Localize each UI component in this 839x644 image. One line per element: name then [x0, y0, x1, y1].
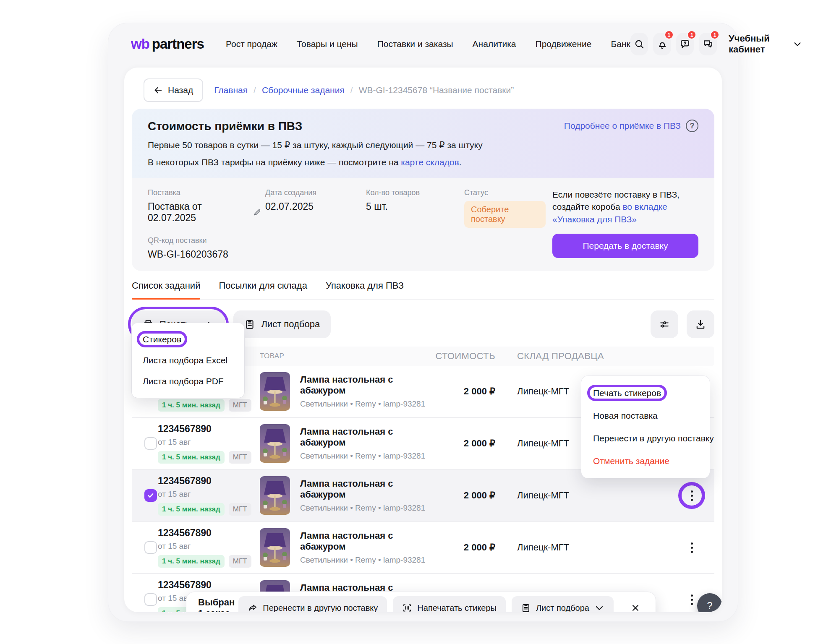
price-value: 2 000 ₽ — [432, 490, 495, 501]
product-title: Лампа настольная с абажуром — [300, 426, 432, 448]
notifications-button[interactable]: 1 — [653, 33, 671, 55]
product-subtitle: Светильники • Remy • lamp-93281 — [300, 503, 432, 513]
wb-partners-logo[interactable]: wbpartners — [131, 36, 204, 52]
selection-count-label: Выбран 1 заказ — [198, 597, 238, 612]
supply-label: Поставка — [148, 188, 262, 197]
print-dropdown-menu: Стикеров Листа подбора Excel Листа подбо… — [132, 323, 244, 398]
move-to-supply-button[interactable]: Перенести в другую поставку — [238, 596, 387, 612]
order-id: 1234567890 — [158, 475, 260, 487]
send-to-delivery-button[interactable]: Передать в доставку — [552, 234, 698, 258]
close-icon — [631, 603, 640, 612]
product-image[interactable] — [260, 372, 290, 411]
nav-supplies-orders[interactable]: Поставки и заказы — [377, 39, 453, 49]
chevron-down-icon — [793, 39, 802, 49]
context-item-print-stickers-label: Печать стикеров — [593, 388, 661, 398]
time-badge: 1 ч. 5 мин. назад — [158, 399, 225, 412]
tab-warehouse-parcels[interactable]: Посылки для склада — [219, 280, 307, 299]
qr-value: WB-GI-160203678 — [148, 249, 461, 260]
context-item-move-to-supply[interactable]: Перенести в другую поставку — [581, 427, 710, 450]
nav-goods-prices[interactable]: Товары и цены — [297, 39, 358, 49]
product-image[interactable] — [260, 528, 290, 567]
nav-analytics[interactable]: Аналитика — [473, 39, 516, 49]
pvz-more-link[interactable]: Подробнее о приёмке в ПВЗ ? — [564, 120, 698, 132]
product-title: Лампа настольная с абажуром — [300, 374, 432, 396]
context-item-new-supply[interactable]: Новая поставка — [581, 404, 710, 427]
menu-item-pick-list-excel[interactable]: Листа подбора Excel — [132, 350, 244, 371]
breadcrumb-separator: / — [350, 85, 353, 95]
nav-promotion[interactable]: Продвижение — [536, 39, 592, 49]
selection-action-bar: Выбран 1 заказ Перенести в другую постав… — [186, 592, 656, 612]
notifications-badge: 1 — [664, 30, 674, 40]
field-created: Дата создания 02.07.2025 — [265, 188, 363, 228]
print-stickers-button[interactable]: Напечатать стикеры — [393, 596, 506, 612]
breadcrumb-home[interactable]: Главная — [214, 85, 248, 95]
edit-pencil-icon[interactable] — [253, 208, 262, 217]
warehouse-tag: МГТ — [229, 555, 251, 568]
field-qr-code: QR-код поставки WB-GI-160203678 — [148, 236, 461, 260]
field-supply: Поставка Поставка от 02.07.2025 — [148, 188, 262, 228]
nav-bank[interactable]: Банк — [611, 39, 630, 49]
product-image[interactable] — [260, 476, 290, 515]
order-id: 1234567890 — [158, 579, 260, 591]
table-row: 1234567890 от 15 авг 1 ч. 5 мин. назад М… — [132, 522, 714, 574]
row-checkbox[interactable] — [144, 541, 157, 554]
clipboard-icon — [244, 319, 255, 330]
warehouse-value: Липецк-МГТ — [495, 542, 622, 553]
account-menu[interactable]: Учебный кабинет — [729, 33, 802, 55]
chats-badge: 1 — [710, 30, 720, 40]
pvz-pricing-banner: Стоимость приёмки в ПВЗ Подробнее о приё… — [132, 109, 714, 178]
support-badge: 1 — [687, 30, 697, 40]
pvz-hint: Если повезёте поставку в ПВЗ, создайте к… — [552, 188, 698, 225]
warehouse-tag: МГТ — [229, 451, 251, 464]
tab-pvz-packing[interactable]: Упаковка для ПВЗ — [326, 280, 404, 299]
arrow-left-icon — [154, 86, 163, 95]
support-button[interactable]: 1 — [676, 33, 694, 55]
row-checkbox-checked[interactable] — [144, 489, 157, 502]
header-warehouse: СКЛАД ПРОДАВЦА — [495, 351, 622, 362]
context-item-cancel-task[interactable]: Отменить задание — [581, 450, 710, 472]
bell-icon — [657, 39, 668, 50]
download-button[interactable] — [687, 310, 714, 338]
question-circle-icon[interactable]: ? — [686, 120, 698, 132]
supply-details: Поставка Поставка от 02.07.2025 Дата соз… — [132, 178, 714, 271]
filter-settings-button[interactable] — [651, 310, 678, 338]
warehouse-tag: МГТ — [229, 503, 251, 516]
order-id: 1234567890 — [158, 423, 260, 435]
warehouse-map-link[interactable]: карте складов — [401, 157, 459, 167]
nav-sales-growth[interactable]: Рост продаж — [226, 39, 277, 49]
close-selection-bar-button[interactable] — [627, 600, 644, 612]
back-button[interactable]: Назад — [144, 78, 203, 102]
share-arrow-icon — [248, 603, 258, 612]
created-label: Дата создания — [265, 188, 363, 197]
row-context-menu: Печать стикеров Новая поставка Перенести… — [581, 376, 710, 478]
search-button[interactable] — [630, 33, 648, 55]
chevron-down-icon — [594, 603, 604, 612]
chats-button[interactable]: 1 — [699, 33, 717, 55]
order-date: от 15 авг — [158, 490, 260, 499]
header-actions: 1 1 1 Учебный кабинет — [630, 33, 802, 55]
pick-list-button[interactable]: Лист подбора — [233, 310, 331, 338]
row-checkbox[interactable] — [144, 593, 157, 606]
row-kebab-menu-button[interactable] — [682, 537, 702, 558]
menu-item-stickers[interactable]: Стикеров — [132, 329, 244, 350]
sliders-icon — [659, 318, 670, 330]
breadcrumb-separator: / — [254, 85, 256, 95]
product-image[interactable] — [260, 424, 290, 463]
price-value: 2 000 ₽ — [432, 542, 495, 553]
breadcrumb-current: WB-GI-12345678 “Название поставки” — [359, 85, 514, 95]
time-badge: 1 ч. 5 мин. назад — [158, 555, 225, 568]
row-checkbox[interactable] — [144, 437, 157, 450]
tab-task-list[interactable]: Список заданий — [132, 280, 200, 299]
header-price: СТОИМОСТЬ — [432, 351, 495, 362]
breadcrumb-assembly-tasks[interactable]: Сборочные задания — [262, 85, 345, 95]
status-badge: Соберите поставку — [464, 201, 546, 228]
order-date: от 15 авг — [158, 438, 260, 447]
download-icon — [695, 318, 706, 330]
product-subtitle: Светильники • Remy • lamp-93281 — [300, 555, 432, 565]
banner-tariffs-period: . — [459, 157, 462, 167]
menu-item-pick-list-pdf[interactable]: Листа подбора PDF — [132, 371, 244, 392]
row-kebab-menu-button-highlighted[interactable] — [682, 485, 702, 506]
pick-list-dropdown-button[interactable]: Лист подбора — [512, 596, 614, 612]
help-bubble-icon — [680, 39, 690, 50]
context-item-print-stickers[interactable]: Печать стикеров — [581, 382, 710, 404]
